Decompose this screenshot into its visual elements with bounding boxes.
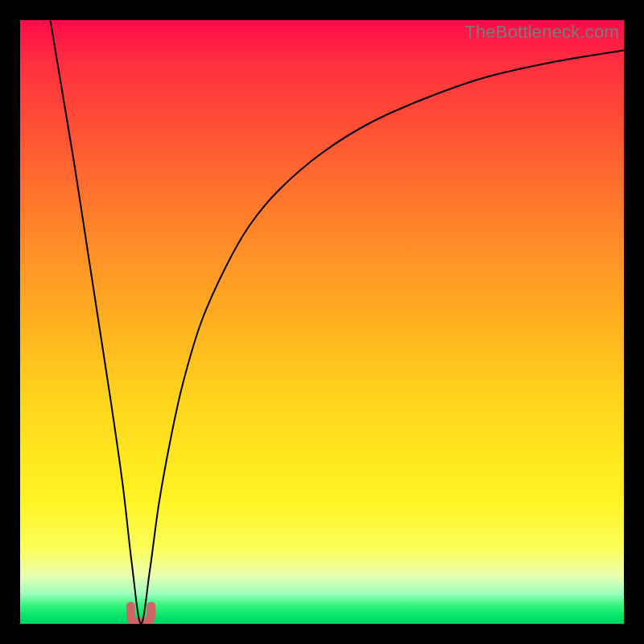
min-marker-icon xyxy=(130,606,151,622)
chart-frame: TheBottleneck.com xyxy=(0,0,644,644)
plot-area: TheBottleneck.com xyxy=(20,20,624,624)
chart-svg xyxy=(20,20,624,624)
curve-line xyxy=(51,20,625,624)
